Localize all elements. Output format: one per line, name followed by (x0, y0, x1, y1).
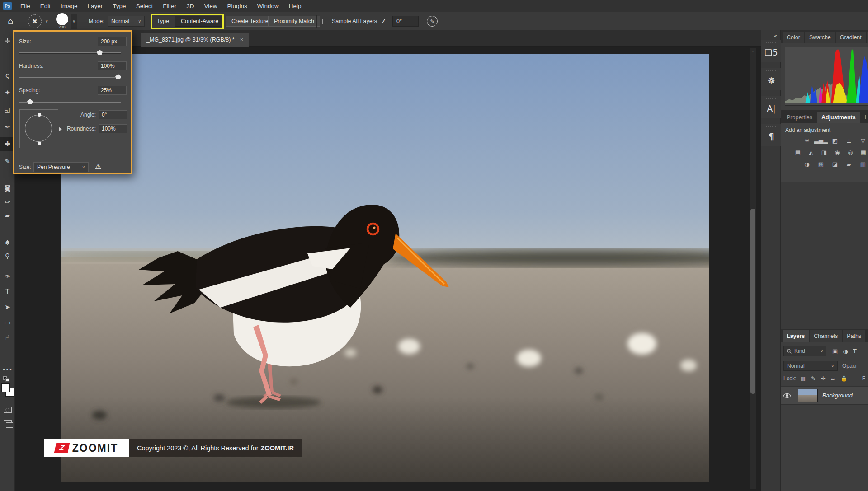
blend-mode-dropdown[interactable]: Normal ∨ (783, 361, 838, 371)
filter-type-layers[interactable]: T (853, 348, 857, 355)
document-tab[interactable]: _MG_8371.jpg @ 31/3% (RGB/8) * × (141, 33, 249, 47)
vibrance[interactable]: ▽ (858, 137, 868, 144)
layer-thumbnail[interactable] (798, 389, 818, 402)
scroll-up-icon[interactable]: ⌃ (750, 50, 756, 55)
brush-preset-picker[interactable]: 200 (54, 13, 70, 30)
clone-source-panel[interactable]: ❏5 (761, 40, 781, 62)
sample-all-layers-option[interactable]: Sample All Layers (322, 12, 377, 30)
panel-tab[interactable]: Gradient (836, 32, 866, 43)
zoom-tool[interactable] (0, 346, 15, 360)
lock-transparent[interactable]: ▩ (801, 375, 806, 382)
clone-stamp-tool[interactable]: ◙ (0, 182, 15, 195)
roundness-input[interactable]: 100% (99, 124, 127, 133)
layer-name[interactable]: Background (822, 393, 853, 399)
type-tool[interactable]: T (0, 285, 15, 299)
home-button[interactable]: ⌂ (8, 12, 14, 30)
blur-tool[interactable]: ♠ (0, 236, 15, 249)
hardness-slider[interactable] (19, 77, 121, 78)
foreground-background-swatches[interactable] (1, 383, 14, 399)
sample-all-layers-checkbox[interactable] (322, 19, 328, 24)
color-lookup[interactable]: ▦ (859, 149, 868, 156)
angle-input[interactable]: 0° (99, 110, 127, 119)
pen-tool[interactable]: ✑ (0, 270, 15, 283)
character-panel[interactable]: A| (761, 96, 781, 118)
color-balance[interactable]: ◭ (807, 149, 816, 156)
foreground-color[interactable] (1, 383, 10, 392)
panel-tab[interactable]: Color (783, 32, 804, 43)
panel-tab[interactable]: Swatche (805, 32, 835, 43)
tab-close-icon[interactable]: × (240, 36, 244, 43)
type-proximity-match-button[interactable]: Proximity Match (268, 16, 320, 27)
exposure[interactable]: ± (844, 137, 854, 144)
paragraph-panel[interactable]: ¶ (761, 124, 781, 146)
panel-tab[interactable]: Channels (810, 330, 842, 342)
tool-preset-picker[interactable]: ✚ ∨ (28, 12, 48, 30)
scrollbar-thumb[interactable] (750, 209, 755, 394)
lock-move[interactable]: ✛ (821, 375, 826, 382)
layer-visibility-toggle[interactable] (781, 387, 793, 405)
menu-item[interactable]: Filter (158, 3, 181, 9)
menu-item[interactable]: File (15, 3, 35, 9)
kind-filter-dropdown[interactable]: Kind ∨ (783, 346, 826, 356)
eraser-tool[interactable]: ▰ (0, 209, 15, 222)
menu-item[interactable]: Type (108, 3, 131, 9)
gradient-map[interactable]: ▰ (844, 160, 854, 168)
menu-item[interactable]: Layer (83, 3, 108, 9)
path-selection-tool[interactable]: ➤ (0, 300, 15, 314)
filter-adjustment-layers[interactable]: ◑ (843, 348, 848, 355)
panel-tab[interactable]: Layers (783, 330, 809, 342)
panel-tab[interactable]: Lib (861, 112, 868, 123)
levels[interactable]: ▃▅▂ (816, 137, 826, 144)
lock-all[interactable]: 🔒 (840, 375, 847, 382)
filter-pixel-layers[interactable]: ▣ (832, 348, 838, 355)
black-white[interactable]: ◨ (820, 149, 829, 156)
panel-tab[interactable]: Adjustments (817, 112, 860, 123)
channel-mixer[interactable]: ◎ (846, 149, 855, 156)
menu-item[interactable]: Select (131, 3, 158, 9)
invert[interactable]: ◑ (802, 160, 812, 168)
layer-row-background[interactable]: Background (781, 387, 868, 405)
lock-artboard[interactable]: ▱ (831, 375, 835, 382)
hue-saturation[interactable]: ▤ (793, 149, 802, 156)
curves[interactable]: ◩ (830, 137, 840, 144)
navigator-wheel-panel[interactable]: ☸ (761, 68, 781, 90)
screen-mode-button[interactable] (0, 416, 15, 430)
threshold[interactable]: ◪ (830, 160, 840, 168)
quick-mask-button[interactable] (0, 403, 15, 416)
pen-pressure-dropdown[interactable]: Pen Pressure∨ (33, 162, 89, 172)
menu-item[interactable]: Image (56, 3, 83, 9)
spacing-slider[interactable] (19, 102, 121, 103)
photoshop-logo[interactable]: Ps (3, 2, 12, 10)
history-brush-tool[interactable]: ✏ (0, 195, 15, 209)
type-create-texture-button[interactable]: Create Texture (226, 16, 274, 27)
photo-filter[interactable]: ◉ (833, 149, 842, 156)
brush-picker-chevron[interactable]: ∨ (71, 14, 77, 29)
panel-tab[interactable]: Properties (783, 112, 816, 123)
angle-input[interactable]: 0° (392, 16, 419, 27)
spacing-input[interactable]: 25% (98, 86, 127, 95)
menu-item[interactable]: Edit (35, 3, 56, 9)
brightness-contrast[interactable]: ☀ (802, 137, 812, 144)
menu-item[interactable]: Plugins (222, 3, 252, 9)
collapse-panels-icon[interactable]: « (774, 33, 777, 39)
canvas-vertical-scrollbar[interactable]: ⌃ (750, 48, 756, 489)
brush-angle-widget[interactable] (19, 109, 58, 148)
lock-paint[interactable]: ✎ (811, 375, 816, 382)
selective-color[interactable]: ▥ (858, 160, 868, 168)
dodge-tool[interactable]: ⚲ (0, 249, 15, 263)
menu-item[interactable]: View (199, 3, 222, 9)
posterize[interactable]: ▨ (816, 160, 826, 168)
menu-item[interactable]: Help (284, 3, 307, 9)
menu-item[interactable]: 3D (181, 3, 199, 9)
pressure-size-toggle[interactable]: ✎ (427, 16, 438, 27)
hand-tool[interactable]: ☝ (0, 331, 15, 345)
menu-item[interactable]: Window (252, 3, 284, 9)
rectangle-tool[interactable]: ▭ (0, 316, 15, 329)
hardness-input[interactable]: 100% (98, 61, 127, 70)
size-slider[interactable] (19, 52, 121, 54)
size-input[interactable]: 200 px (98, 37, 127, 46)
mode-dropdown[interactable]: Normal∨ (108, 16, 145, 27)
gradient-tool[interactable] (0, 222, 15, 236)
canvas-photo-oystercatcher[interactable] (61, 54, 709, 482)
panel-tab[interactable]: Paths (843, 330, 865, 342)
